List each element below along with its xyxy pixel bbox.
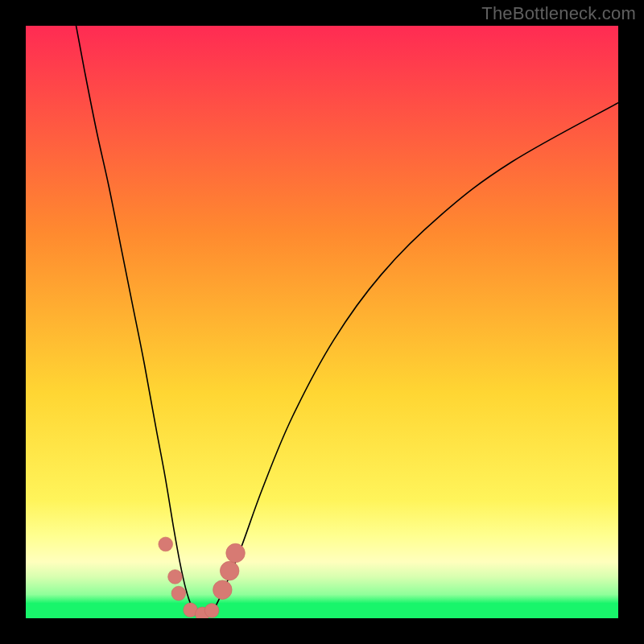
sample-point — [226, 543, 246, 563]
sample-point — [168, 570, 183, 584]
sample-point — [159, 537, 173, 551]
watermark-text: TheBottleneck.com — [481, 3, 636, 24]
sample-point — [204, 604, 219, 618]
sample-point — [213, 580, 233, 600]
bottleneck-curve — [76, 26, 618, 617]
plot-area — [26, 26, 618, 618]
curve-layer — [26, 26, 618, 618]
sample-markers — [159, 537, 245, 618]
chart-frame: TheBottleneck.com — [0, 0, 644, 644]
sample-point — [171, 586, 186, 601]
sample-point — [220, 561, 239, 580]
